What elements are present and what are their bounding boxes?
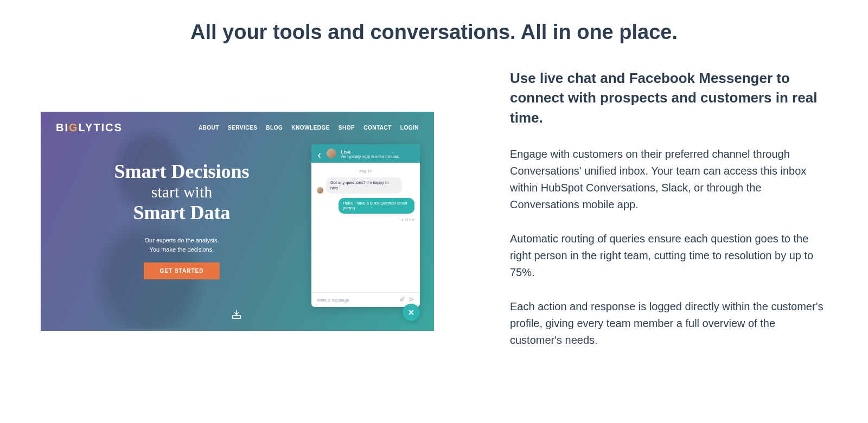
logo-text-suffix: LYTICS	[79, 121, 123, 133]
hero-heading-2: start with	[41, 183, 323, 202]
chat-input-icons	[399, 297, 414, 303]
nav-about[interactable]: ABOUT	[199, 125, 219, 131]
nav-knowledge[interactable]: KNOWLEDGE	[291, 125, 330, 131]
section-heading: Use live chat and Facebook Messenger to …	[510, 68, 827, 127]
chat-msg-agent: Got any questions? I'm happy to help.	[326, 177, 402, 194]
chat-msg-user: Hello! I have a quick question about pri…	[339, 198, 414, 214]
content-container: BIGLYTICS ABOUT SERVICES BLOG KNOWLEDGE …	[0, 112, 868, 366]
paragraph-2: Automatic routing of queries ensure each…	[510, 230, 827, 281]
paragraph-1: Engage with customers on their preferred…	[510, 146, 827, 213]
logo-accent-letter: G	[69, 121, 79, 133]
hero-sub-1: Our experts do the analysis.	[41, 236, 323, 245]
attachment-icon[interactable]	[399, 297, 405, 303]
nav-services[interactable]: SERVICES	[228, 125, 257, 131]
hero-subtext: Our experts do the analysis. You make th…	[41, 236, 323, 254]
demo-screenshot: BIGLYTICS ABOUT SERVICES BLOG KNOWLEDGE …	[41, 112, 434, 331]
chat-back-icon[interactable]	[317, 151, 322, 156]
send-icon[interactable]	[409, 297, 414, 303]
chat-timestamp: 4:12 PM	[317, 218, 414, 222]
chat-widget: Lisa We typically reply in a few minutes…	[311, 144, 420, 307]
nav-login[interactable]: LOGIN	[400, 125, 419, 131]
hero-heading-3: Smart Data	[41, 202, 323, 224]
chat-agent-name: Lisa	[341, 149, 399, 155]
chat-header-text: Lisa We typically reply in a few minutes	[341, 149, 399, 158]
nav-shop[interactable]: SHOP	[339, 125, 355, 131]
demo-hero: Smart Decisions start with Smart Data Ou…	[41, 161, 323, 279]
chat-close-button[interactable]	[403, 304, 420, 321]
chat-msg-user-row: Hello! I have a quick question about pri…	[317, 198, 414, 214]
chat-date: May 17	[317, 169, 414, 173]
demo-column: BIGLYTICS ABOUT SERVICES BLOG KNOWLEDGE …	[41, 112, 434, 331]
paragraph-3: Each action and response is logged direc…	[510, 298, 827, 349]
msg-avatar	[317, 187, 323, 194]
demo-logo: BIGLYTICS	[56, 121, 123, 134]
hero-heading-1: Smart Decisions	[41, 161, 323, 183]
chat-agent-avatar	[327, 149, 336, 158]
chat-input-placeholder: Write a message	[317, 298, 349, 303]
nav-blog[interactable]: BLOG	[266, 125, 283, 131]
chat-msg-agent-row: Got any questions? I'm happy to help.	[317, 177, 414, 194]
get-started-button[interactable]: GET STARTED	[144, 262, 220, 279]
description-column: Use live chat and Facebook Messenger to …	[510, 68, 827, 366]
download-icon[interactable]	[231, 308, 242, 320]
demo-nav: ABOUT SERVICES BLOG KNOWLEDGE SHOP CONTA…	[199, 125, 419, 131]
chat-body: May 17 Got any questions? I'm happy to h…	[311, 163, 420, 292]
hero-sub-2: You make the decisions.	[41, 245, 323, 254]
logo-text-prefix: BI	[56, 121, 69, 133]
chat-reply-time: We typically reply in a few minutes	[341, 155, 399, 158]
chat-header: Lisa We typically reply in a few minutes	[311, 144, 420, 163]
svg-rect-0	[233, 316, 241, 319]
page-title: All your tools and conversations. All in…	[0, 0, 868, 49]
demo-site-header: BIGLYTICS ABOUT SERVICES BLOG KNOWLEDGE …	[41, 112, 434, 134]
chat-input-bar[interactable]: Write a message	[311, 292, 420, 307]
nav-contact[interactable]: CONTACT	[363, 125, 392, 131]
